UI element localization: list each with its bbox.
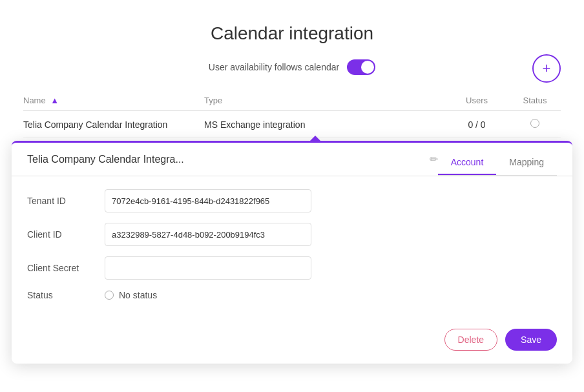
toggle-label: User availability follows calendar xyxy=(209,62,339,72)
table-header: Name ▲ Type Users Status xyxy=(23,90,561,111)
client-secret-label: Client Secret xyxy=(27,263,105,273)
status-circle-icon xyxy=(530,119,539,128)
status-text: No status xyxy=(119,290,157,300)
edit-icon[interactable]: ✏ xyxy=(430,153,438,165)
status-indicator: No status xyxy=(105,290,157,300)
status-row: Status No status xyxy=(27,290,557,300)
row-users: 0 / 0 xyxy=(444,119,509,130)
dropdown-arrow xyxy=(309,136,322,142)
client-id-row: Client ID xyxy=(27,223,557,246)
integrations-table: Name ▲ Type Users Status Telia Company C… xyxy=(0,90,584,138)
client-secret-input[interactable] xyxy=(105,256,311,280)
panel-title: Telia Company Calendar Integra... xyxy=(27,154,423,165)
tenant-id-label: Tenant ID xyxy=(27,196,105,206)
save-button[interactable]: Save xyxy=(505,329,557,351)
col-header-type: Type xyxy=(204,96,444,105)
col-header-users: Users xyxy=(444,96,509,105)
page-title: Calendar integration xyxy=(0,0,584,59)
panel-tabs: Account Mapping xyxy=(438,150,557,176)
sort-arrow-icon: ▲ xyxy=(50,96,59,105)
panel-title-block: Telia Company Calendar Integra... ✏ xyxy=(27,153,438,173)
client-secret-row: Client Secret xyxy=(27,256,557,280)
add-integration-button[interactable]: + xyxy=(532,54,561,83)
row-name: Telia Company Calendar Integration xyxy=(23,119,204,130)
delete-button[interactable]: Delete xyxy=(444,329,497,351)
tenant-id-input[interactable] xyxy=(105,189,311,212)
integration-detail-panel: Telia Company Calendar Integra... ✏ Acco… xyxy=(12,141,572,364)
toggle-row: User availability follows calendar + xyxy=(0,59,584,75)
table-row[interactable]: Telia Company Calendar Integration MS Ex… xyxy=(23,111,561,138)
col-header-name: Name ▲ xyxy=(23,96,204,105)
col-header-status: Status xyxy=(509,96,561,105)
client-id-label: Client ID xyxy=(27,229,105,240)
tab-account[interactable]: Account xyxy=(438,150,497,175)
availability-toggle[interactable] xyxy=(347,59,375,75)
client-id-input[interactable] xyxy=(105,223,311,246)
tenant-id-row: Tenant ID xyxy=(27,189,557,212)
status-dot-icon xyxy=(105,291,114,300)
tab-mapping[interactable]: Mapping xyxy=(496,150,557,175)
account-form: Tenant ID Client ID Client Secret Status… xyxy=(12,176,572,324)
status-label: Status xyxy=(27,290,105,300)
panel-header: Telia Company Calendar Integra... ✏ Acco… xyxy=(12,143,572,176)
row-status xyxy=(509,119,561,130)
panel-footer: Delete Save xyxy=(12,324,572,364)
toggle-knob xyxy=(361,61,374,74)
row-type: MS Exchange integration xyxy=(204,119,444,130)
